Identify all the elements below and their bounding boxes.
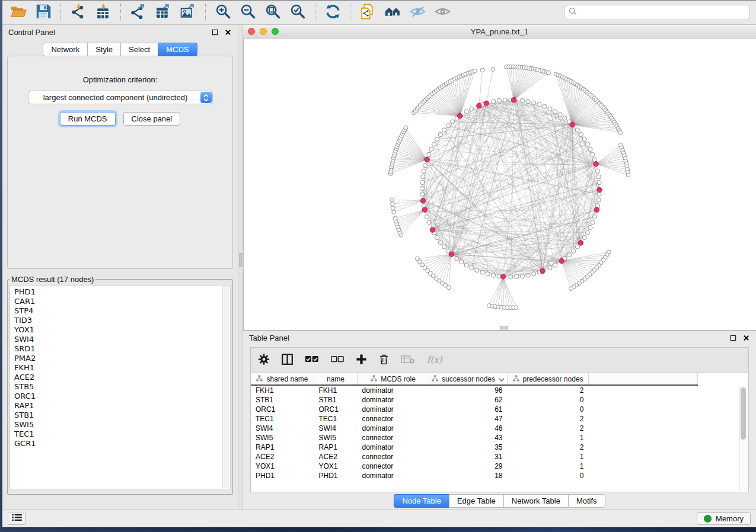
cell[interactable]: RAP1 (251, 443, 314, 452)
cell[interactable] (589, 443, 698, 452)
tab-node-table[interactable]: Node Table (394, 494, 449, 508)
mcds-node-item[interactable]: ACE2 (14, 373, 222, 382)
view-mode-button[interactable] (8, 512, 25, 525)
mcds-node-item[interactable]: CAR1 (14, 297, 222, 306)
mcds-node-item[interactable]: GCR1 (14, 439, 222, 448)
cell[interactable]: SWI5 (251, 433, 314, 443)
table-row[interactable]: TEC1TEC1connector472 (251, 414, 698, 424)
cell[interactable]: PHD1 (314, 471, 358, 480)
cell[interactable]: ORC1 (251, 405, 314, 414)
table-row[interactable]: RAP1RAP1dominator352 (251, 443, 698, 452)
mcds-node-item[interactable]: PHD1 (14, 287, 222, 297)
mcds-node[interactable] (458, 113, 462, 118)
export-image-button[interactable] (176, 2, 200, 23)
cell[interactable]: TEC1 (314, 414, 358, 424)
import-table-button[interactable] (91, 2, 115, 23)
cell[interactable]: 0 (508, 405, 589, 414)
export-network-button[interactable] (126, 2, 150, 23)
cell[interactable]: 35 (429, 443, 508, 452)
save-session-button[interactable] (31, 2, 55, 23)
zoom-out-button[interactable] (236, 2, 260, 23)
tab-edge-table[interactable]: Edge Table (449, 494, 503, 508)
table-row[interactable]: STB1STB1dominator620 (251, 395, 698, 405)
network-canvas[interactable] (244, 39, 756, 330)
horizontal-splitter-grip[interactable] (500, 326, 508, 330)
close-panel-button[interactable]: Close panel (123, 112, 181, 126)
cell[interactable]: 62 (429, 395, 508, 405)
cell[interactable] (589, 395, 698, 405)
cell[interactable]: dominator (358, 443, 429, 452)
cell[interactable]: dominator (358, 395, 429, 405)
mcds-node-item[interactable]: ORC1 (14, 392, 222, 401)
cell[interactable]: 61 (429, 405, 508, 414)
show-columns-button[interactable] (282, 353, 293, 367)
cell[interactable] (589, 405, 698, 414)
table-panel-float-button[interactable] (729, 334, 737, 342)
cell[interactable]: YOX1 (314, 462, 358, 471)
mcds-node[interactable] (578, 241, 583, 245)
vertical-splitter[interactable] (238, 25, 243, 509)
mcds-node[interactable] (430, 227, 435, 232)
cell[interactable]: FKH1 (314, 385, 358, 395)
cell[interactable]: connector (358, 433, 429, 443)
column-header-name[interactable]: name (314, 373, 358, 385)
tab-network[interactable]: Network (43, 43, 87, 56)
mcds-node-item[interactable]: STB1 (14, 411, 222, 420)
mcds-node-item[interactable]: SWI5 (14, 420, 222, 430)
open-session-button[interactable] (7, 2, 30, 23)
export-table-button[interactable] (151, 2, 175, 23)
mcds-node[interactable] (422, 207, 427, 212)
control-panel-close-button[interactable] (224, 28, 232, 36)
cell[interactable] (589, 452, 698, 462)
cell[interactable]: 1 (508, 462, 589, 471)
cell[interactable]: 2 (508, 414, 589, 424)
cell[interactable]: connector (358, 462, 429, 471)
add-column-button[interactable] (356, 353, 367, 367)
cell[interactable] (589, 385, 698, 395)
mcds-node[interactable] (511, 97, 516, 102)
table-scrollbar[interactable] (739, 386, 747, 491)
mcds-node[interactable] (594, 207, 599, 212)
cell[interactable]: 96 (429, 385, 508, 395)
mcds-node-item[interactable]: STP4 (14, 306, 222, 316)
select-all-columns-button[interactable] (305, 353, 319, 367)
first-neighbors-button[interactable] (381, 2, 404, 23)
tab-network-table[interactable]: Network Table (503, 494, 568, 508)
table-row[interactable]: PHD1PHD1dominator180 (251, 471, 698, 480)
cell[interactable]: SWI4 (251, 424, 314, 433)
cell[interactable]: 1 (508, 452, 589, 462)
zoom-fit-button[interactable] (261, 2, 285, 23)
table-panel-close-button[interactable] (742, 334, 750, 342)
table-row[interactable]: ORC1ORC1dominator610 (251, 405, 698, 414)
cell[interactable]: ACE2 (314, 452, 358, 462)
search-input[interactable] (580, 8, 745, 17)
cell[interactable]: FKH1 (251, 385, 314, 395)
mcds-node-item[interactable]: TID3 (14, 316, 222, 325)
mcds-node[interactable] (425, 157, 429, 162)
show-all-button[interactable] (430, 2, 454, 23)
mcds-node-item[interactable]: STB5 (14, 382, 222, 392)
table-row[interactable]: SWI4SWI4dominator462 (251, 424, 698, 433)
mcds-node-item[interactable]: PMA2 (14, 354, 222, 363)
cell[interactable]: 18 (429, 471, 508, 480)
table-row[interactable]: SWI5SWI5connector431 (251, 433, 698, 443)
hide-selected-button[interactable] (406, 2, 429, 23)
cell[interactable]: STB1 (251, 395, 314, 405)
cell[interactable]: TEC1 (251, 414, 314, 424)
cell[interactable]: 2 (508, 443, 589, 452)
mcds-node[interactable] (594, 162, 598, 166)
cell[interactable]: 0 (508, 395, 589, 405)
cell[interactable]: STB1 (314, 395, 358, 405)
network-titlebar[interactable]: YPA_prune.txt_1 (243, 25, 756, 39)
cell[interactable] (589, 433, 698, 443)
control-panel-float-button[interactable] (211, 28, 219, 36)
mcds-node[interactable] (449, 252, 454, 257)
zoom-window-button[interactable] (272, 28, 279, 35)
minimize-window-button[interactable] (260, 28, 267, 35)
table-row[interactable]: YOX1YOX1connector291 (251, 462, 698, 471)
column-header-successor-nodes[interactable]: successor nodes (429, 373, 508, 385)
column-header-MCDS-role[interactable]: MCDS role (358, 373, 429, 385)
cell[interactable]: 43 (429, 433, 508, 443)
cell[interactable]: SWI5 (314, 433, 358, 443)
deselect-all-columns-button[interactable] (331, 353, 344, 367)
